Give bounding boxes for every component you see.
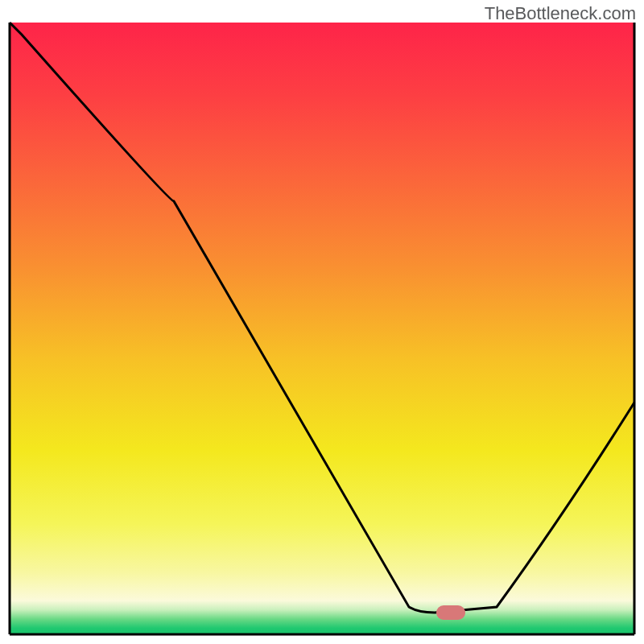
watermark-text: TheBottleneck.com xyxy=(485,3,636,24)
bottleneck-chart: TheBottleneck.com xyxy=(0,0,644,644)
chart-svg xyxy=(0,0,644,644)
plot-background xyxy=(10,23,634,634)
optimal-marker xyxy=(436,605,465,620)
